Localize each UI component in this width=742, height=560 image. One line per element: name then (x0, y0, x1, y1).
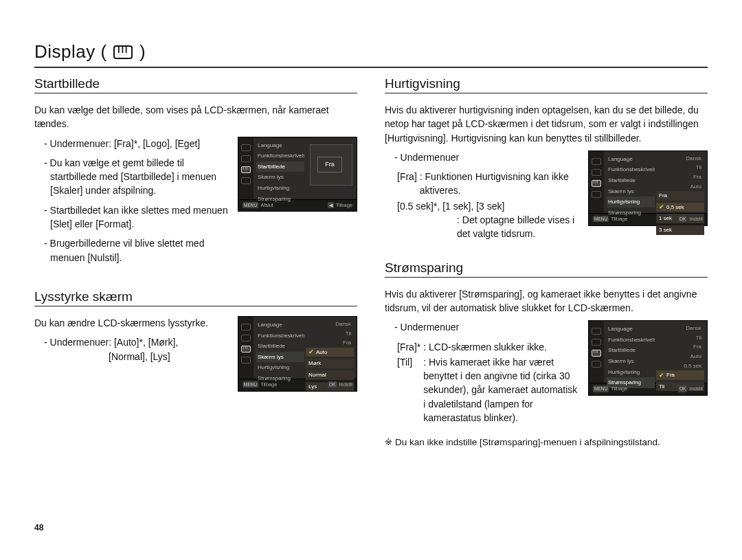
cam-value: Fra (656, 342, 704, 352)
cam-foot-left: MENUTilbage (593, 385, 627, 393)
cam-preview-value: Fra (317, 157, 342, 172)
display-icon (113, 45, 133, 59)
opt-val: : Hvis kameraet ikke har været benyttet … (423, 355, 578, 426)
cam-value: Til (306, 329, 354, 339)
bullet: - Undermenuer: [Auto]*, [Mørk], (44, 335, 228, 349)
cam-value: Auto (656, 352, 704, 361)
page-number: 48 (34, 523, 43, 533)
cam-option: Normal (306, 370, 354, 380)
section-lysstyrke: Lysstyrke skærm Du kan ændre LCD-skærmen… (34, 289, 357, 392)
title-suffix: ) (139, 41, 146, 62)
menu-row: Startbillede (607, 345, 655, 356)
menu-row-selected: Skærm lys (256, 352, 304, 363)
check-icon: ✔ (308, 349, 314, 355)
menu-row: Hurtigvisning (256, 362, 304, 373)
intro-text: Du kan vælge det billede, som vises på L… (34, 103, 357, 131)
cam-value: Fra (656, 172, 704, 182)
opt-key: [Fra]* (397, 340, 423, 355)
camera-menu-stromsparing: Language Funktionsbeskrivelse Startbille… (588, 320, 708, 396)
section-stromsparing: Strømsparing Hvis du aktiverer [Strømspa… (385, 260, 708, 450)
title-prefix: Display ( (34, 41, 107, 62)
opt-val: : LCD-skærmen slukker ikke. (423, 340, 578, 355)
menu-row: Language (607, 154, 655, 165)
menu-row-selected: Startbillede (256, 161, 304, 172)
cam-value: Til (656, 333, 704, 343)
menu-row: Startbillede (256, 341, 304, 352)
cam-value: Fra (306, 338, 354, 348)
bullet-cont: [Normal], [Lys] (109, 350, 228, 363)
cam-value: Dansk (306, 320, 354, 329)
menu-row: Skærm lys (256, 172, 304, 183)
cam-foot-right: OKIndstil (678, 216, 703, 223)
cam-option: 3 sek (656, 225, 704, 235)
cam-foot-right: ◀Tilbage (328, 202, 352, 210)
cam-preview-box: Fra (310, 144, 352, 186)
menu-row: Language (607, 324, 655, 335)
intro-text: Hvis du aktiverer hurtigvisning inden op… (385, 103, 708, 145)
opt-key: [0.5 sek]*, [1 sek], [3 sek] (397, 199, 578, 213)
intro-text: Du kan ændre LCD-skærmens lysstyrke. (34, 316, 228, 330)
cam-value: Til (656, 163, 704, 172)
menu-row: Funktionsbeskrivelse (607, 164, 655, 175)
footnote: ※Du kan ikke indstille [Strømsparing]-me… (385, 436, 708, 449)
menu-row: Language (256, 320, 304, 331)
menu-row: Funktionsbeskrivelse (607, 335, 655, 346)
bullet: - Du kan vælge et gemt billede til start… (44, 156, 228, 198)
menu-row: Funktionsbeskrivelse (256, 150, 304, 161)
section-hurtigvisning: Hurtigvisning Hvis du aktiverer hurtigvi… (385, 76, 708, 241)
cam-value: Auto (656, 182, 704, 192)
menu-row: Hurtigvisning (607, 367, 655, 378)
cam-foot-left: MENUTilbage (593, 216, 627, 223)
cam-option: Mørk (306, 359, 354, 368)
subhead: - Undermenuer (394, 150, 578, 164)
bullet: - Brugerbillederne vil blive slettet med… (44, 236, 228, 265)
page-title: Display ( ) (34, 41, 708, 68)
menu-row: Hurtigvisning (256, 183, 304, 194)
intro-text: Hvis du aktiverer [Strømsparing], og kam… (385, 287, 708, 315)
opt-key: [Til] (397, 355, 423, 426)
opt-key: [Fra] (397, 170, 420, 199)
section-title: Hurtigvisning (385, 76, 708, 93)
section-title: Lysstyrke skærm (34, 289, 357, 306)
display-tab-icon (241, 166, 251, 173)
cam-value: Dansk (656, 324, 704, 333)
menu-row: Startbillede (607, 175, 655, 186)
reference-mark-icon: ※ (385, 437, 392, 447)
menu-row: Language (256, 140, 304, 151)
menu-row: Funktionsbeskrivelse (256, 331, 304, 341)
section-startbillede: Startbillede Du kan vælge det billede, s… (34, 76, 357, 270)
cam-value: 0.5 sek (656, 361, 704, 371)
bullet: - Startbilledet kan ikke slettes med men… (44, 203, 228, 232)
camera-menu-startbillede: Language Funktionsbeskrivelse Startbille… (238, 137, 357, 212)
bullet: - Undermenuer: [Fra]*, [Logo], [Eget] (44, 137, 228, 150)
cam-option-selected: ✔Auto (306, 348, 354, 357)
camera-menu-lysstyrke: Language Funktionsbeskrivelse Startbille… (238, 316, 357, 392)
cam-category-rail (238, 137, 254, 199)
cam-option-selected: ✔Fra (656, 370, 704, 380)
opt-val: : Funktionen Hurtigvisning kan ikke akti… (420, 170, 578, 199)
cam-foot-left: MENUTilbage (243, 381, 277, 389)
cam-value: Dansk (656, 154, 704, 164)
cam-option-selected: ✔0,5 sek (656, 203, 704, 212)
cam-foot-right: OKIndstil (678, 385, 703, 393)
menu-row: Skærm lys (607, 356, 655, 367)
menu-row-selected: Hurtigvisning (607, 197, 655, 208)
section-title: Startbillede (34, 76, 357, 93)
menu-row: Skærm lys (607, 186, 655, 197)
opt-val: : Det optagne billede vises i det valgte… (457, 213, 578, 241)
section-title: Strømsparing (385, 260, 708, 278)
cam-option: Fra (656, 191, 704, 201)
check-icon: ✔ (659, 204, 664, 210)
cam-foot-right: OKIndstil (328, 381, 352, 389)
subhead: - Undermenuer (394, 320, 578, 334)
cam-foot-left: MENUAfslut (243, 202, 273, 210)
check-icon: ✔ (659, 372, 664, 379)
camera-menu-hurtigvisning: Language Funktionsbeskrivelse Startbille… (588, 150, 708, 226)
